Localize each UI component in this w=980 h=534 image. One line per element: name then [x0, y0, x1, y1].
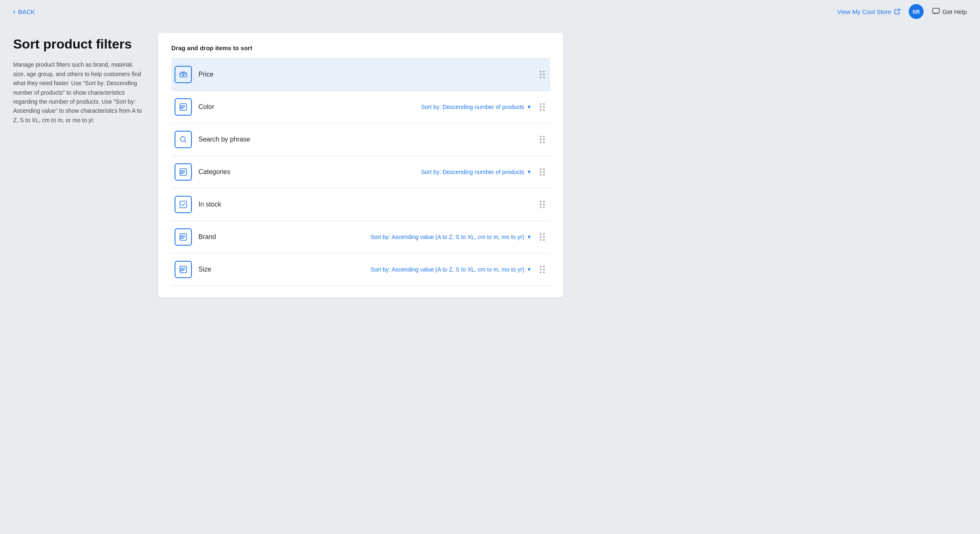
- avatar-initials: SR: [912, 9, 920, 15]
- filter-name: Categories: [198, 168, 415, 176]
- filter-icon-box: [175, 228, 192, 246]
- drag-dot: [540, 136, 541, 137]
- drag-handle-dots: [540, 136, 545, 143]
- view-store-label: View My Cool Store: [837, 8, 891, 15]
- filter-name: Price: [198, 71, 532, 78]
- page-title: Sort product filters: [13, 36, 145, 52]
- drag-dot: [540, 269, 541, 270]
- drag-handle-dots: [540, 71, 545, 78]
- drag-dot: [540, 103, 541, 105]
- filter-row[interactable]: Search by phrase: [171, 123, 550, 156]
- drag-handle[interactable]: [538, 232, 547, 242]
- view-store-link[interactable]: View My Cool Store: [837, 8, 900, 15]
- sort-option-label: Sort by: Ascending value (A to Z, S to X…: [371, 234, 524, 240]
- external-link-icon: [894, 8, 901, 15]
- drag-dot: [543, 139, 545, 140]
- drag-handle[interactable]: [538, 264, 547, 275]
- drag-dot: [540, 201, 541, 202]
- svg-rect-6: [180, 201, 187, 208]
- filter-icon-box: [175, 66, 192, 83]
- drag-dot: [540, 106, 541, 108]
- drag-dot: [540, 207, 541, 208]
- main-layout: Sort product filters Manage product filt…: [0, 23, 576, 307]
- drag-drop-label: Drag and drop items to sort: [171, 44, 550, 51]
- left-sidebar: Sort product filters Manage product filt…: [13, 33, 145, 297]
- filter-icon-box: [175, 163, 192, 181]
- drag-handle-dots: [540, 201, 545, 208]
- filter-icon-box: [175, 98, 192, 116]
- filter-name: In stock: [198, 201, 532, 208]
- drag-handle[interactable]: [538, 167, 547, 177]
- drag-dot: [540, 266, 541, 267]
- back-button[interactable]: ‹ BACK: [13, 7, 35, 16]
- filter-name: Color: [198, 103, 415, 111]
- chevron-down-icon: ▼: [527, 234, 532, 240]
- drag-dot: [543, 142, 545, 143]
- drag-dot: [543, 74, 545, 75]
- user-avatar[interactable]: SR: [909, 4, 924, 19]
- drag-dot: [543, 239, 545, 241]
- chevron-down-icon: ▼: [527, 267, 532, 272]
- filter-row[interactable]: Categories Sort by: Descending number of…: [171, 156, 550, 188]
- page-description: Manage product filters such as brand, ma…: [13, 60, 145, 125]
- drag-dot: [540, 239, 541, 241]
- drag-dot: [540, 109, 541, 111]
- drag-dot: [543, 272, 545, 273]
- drag-dot: [543, 109, 545, 111]
- drag-dot: [540, 77, 541, 78]
- filter-name: Size: [198, 266, 364, 273]
- drag-dot: [543, 204, 545, 205]
- filter-row[interactable]: Brand Sort by: Ascending value (A to Z, …: [171, 221, 550, 253]
- sort-dropdown[interactable]: Sort by: Descending number of products ▼: [421, 104, 532, 110]
- drag-handle-dots: [540, 168, 545, 176]
- drag-dot: [543, 174, 545, 176]
- get-help-button[interactable]: Get Help: [932, 7, 967, 16]
- sort-option-label: Sort by: Descending number of products: [421, 104, 525, 110]
- filter-row[interactable]: Size Sort by: Ascending value (A to Z, S…: [171, 253, 550, 286]
- drag-handle[interactable]: [538, 199, 547, 210]
- top-nav-right: View My Cool Store SR Get Help: [837, 4, 967, 19]
- drag-dot: [543, 269, 545, 270]
- sort-option-label: Sort by: Ascending value (A to Z, S to X…: [371, 266, 524, 273]
- drag-dot: [543, 171, 545, 173]
- drag-handle-dots: [540, 266, 545, 273]
- filter-icon-box: [175, 131, 192, 148]
- drag-dot: [540, 236, 541, 238]
- drag-dot: [543, 233, 545, 235]
- filter-row[interactable]: In stock: [171, 188, 550, 221]
- sort-dropdown[interactable]: Sort by: Descending number of products ▼: [421, 169, 532, 175]
- filter-row[interactable]: Color Sort by: Descending number of prod…: [171, 91, 550, 123]
- filter-icon-box: [175, 261, 192, 278]
- drag-dot: [540, 74, 541, 75]
- drag-dot: [540, 139, 541, 140]
- drag-dot: [540, 272, 541, 273]
- sort-option-label: Sort by: Descending number of products: [421, 169, 525, 175]
- drag-handle[interactable]: [538, 69, 547, 80]
- drag-handle-dots: [540, 233, 545, 241]
- chevron-down-icon: ▼: [527, 169, 532, 175]
- filters-list: Price Color Sort by: Descending number o…: [171, 58, 550, 286]
- drag-handle[interactable]: [538, 134, 547, 145]
- chevron-down-icon: ▼: [527, 104, 532, 110]
- get-help-label: Get Help: [943, 8, 967, 15]
- drag-dot: [543, 106, 545, 108]
- drag-dot: [543, 266, 545, 267]
- drag-dot: [540, 142, 541, 143]
- svg-point-2: [182, 74, 184, 76]
- drag-dot: [543, 71, 545, 72]
- back-label: BACK: [18, 8, 35, 15]
- sort-dropdown[interactable]: Sort by: Ascending value (A to Z, S to X…: [371, 234, 532, 240]
- drag-dot: [540, 233, 541, 235]
- filter-row[interactable]: Price: [171, 58, 550, 91]
- sort-dropdown[interactable]: Sort by: Ascending value (A to Z, S to X…: [371, 266, 532, 273]
- drag-dot: [540, 168, 541, 170]
- filter-name: Brand: [198, 233, 364, 241]
- filter-icon-box: [175, 196, 192, 213]
- drag-dot: [543, 236, 545, 238]
- drag-handle-dots: [540, 103, 545, 111]
- drag-dot: [540, 171, 541, 173]
- drag-dot: [543, 168, 545, 170]
- svg-rect-0: [933, 8, 939, 13]
- drag-handle[interactable]: [538, 102, 547, 112]
- filter-name: Search by phrase: [198, 136, 532, 143]
